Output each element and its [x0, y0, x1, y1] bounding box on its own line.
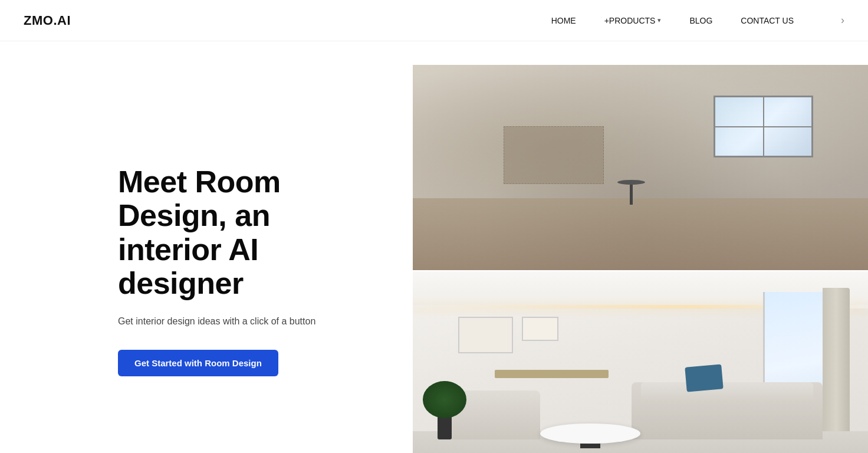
header: ZMO.AI HOME +PRODUCTS ▾ BLOG CONTACT US … — [0, 0, 868, 41]
main-nav: HOME +PRODUCTS ▾ BLOG CONTACT US — [551, 16, 794, 25]
get-started-button[interactable]: Get Started with Room Design — [118, 350, 278, 376]
hero-section: Meet Room Design, an interior AI designe… — [118, 165, 413, 376]
before-image — [413, 65, 868, 270]
before-table — [617, 180, 645, 205]
after-cushion — [685, 364, 724, 392]
nav-home-label: HOME — [551, 16, 576, 25]
after-wall-art-1 — [458, 317, 513, 354]
nav-products[interactable]: +PRODUCTS ▾ — [604, 16, 662, 25]
after-curtain — [823, 288, 850, 442]
logo[interactable]: ZMO.AI — [24, 13, 71, 28]
after-image — [413, 270, 868, 453]
after-coffee-table — [540, 424, 640, 444]
after-wall-art-2 — [522, 317, 558, 342]
nav-blog[interactable]: BLOG — [689, 16, 712, 25]
image-panel — [413, 65, 868, 453]
before-floor — [413, 198, 868, 270]
nav-blog-label: BLOG — [689, 16, 712, 25]
before-room-scene — [413, 65, 868, 270]
main-content: Meet Room Design, an interior AI designe… — [0, 41, 868, 453]
nav-contact[interactable]: CONTACT US — [741, 16, 794, 25]
chevron-down-icon: ▾ — [657, 17, 661, 24]
chevron-down-icon[interactable]: › — [841, 14, 844, 27]
after-plant — [426, 378, 463, 439]
nav-home[interactable]: HOME — [551, 16, 576, 25]
after-shelf — [495, 370, 609, 378]
nav-contact-label: CONTACT US — [741, 16, 794, 25]
hero-subtext: Get interior design ideas with a click o… — [118, 314, 377, 329]
after-sofa — [632, 382, 823, 439]
hero-heading: Meet Room Design, an interior AI designe… — [118, 165, 377, 300]
after-room-scene — [413, 271, 868, 453]
before-window — [714, 96, 814, 157]
before-wall-patch — [504, 126, 604, 183]
nav-products-label: +PRODUCTS — [604, 16, 656, 25]
